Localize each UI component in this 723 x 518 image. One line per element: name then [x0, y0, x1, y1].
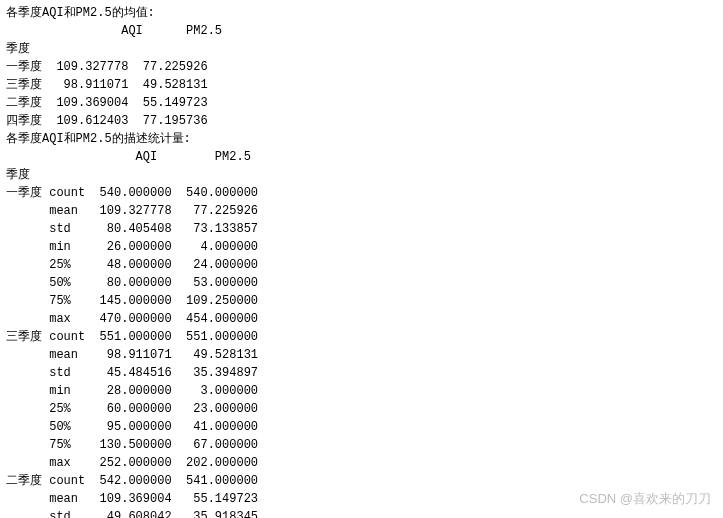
means-row: 一季度 109.327778 77.225926 — [6, 58, 717, 76]
describe-header: AQI PM2.5 — [6, 148, 717, 166]
describe-group-label: 二季度 count 542.000000 541.000000 — [6, 472, 717, 490]
describe-stat-row: mean 109.327778 77.225926 — [6, 202, 717, 220]
describe-stat-row: max 252.000000 202.000000 — [6, 454, 717, 472]
describe-stat-row: 50% 95.000000 41.000000 — [6, 418, 717, 436]
describe-group-label: 一季度 count 540.000000 540.000000 — [6, 184, 717, 202]
describe-stat-row: 25% 48.000000 24.000000 — [6, 256, 717, 274]
describe-group-label: 三季度 count 551.000000 551.000000 — [6, 328, 717, 346]
describe-index-label: 季度 — [6, 166, 717, 184]
console-output: 各季度AQI和PM2.5的均值: AQI PM2.5季度一季度 109.3277… — [6, 4, 717, 518]
means-title: 各季度AQI和PM2.5的均值: — [6, 4, 717, 22]
describe-stat-row: mean 98.911071 49.528131 — [6, 346, 717, 364]
describe-stat-row: std 49.608042 35.918345 — [6, 508, 717, 518]
means-index-label: 季度 — [6, 40, 717, 58]
describe-stat-row: std 80.405408 73.133857 — [6, 220, 717, 238]
describe-stat-row: 75% 130.500000 67.000000 — [6, 436, 717, 454]
describe-stat-row: 50% 80.000000 53.000000 — [6, 274, 717, 292]
describe-stat-row: 25% 60.000000 23.000000 — [6, 400, 717, 418]
means-row: 三季度 98.911071 49.528131 — [6, 76, 717, 94]
describe-stat-row: max 470.000000 454.000000 — [6, 310, 717, 328]
means-row: 四季度 109.612403 77.195736 — [6, 112, 717, 130]
describe-title: 各季度AQI和PM2.5的描述统计量: — [6, 130, 717, 148]
describe-stat-row: min 26.000000 4.000000 — [6, 238, 717, 256]
describe-stat-row: std 45.484516 35.394897 — [6, 364, 717, 382]
describe-stat-row: min 28.000000 3.000000 — [6, 382, 717, 400]
means-row: 二季度 109.369004 55.149723 — [6, 94, 717, 112]
means-header: AQI PM2.5 — [6, 22, 717, 40]
describe-stat-row: 75% 145.000000 109.250000 — [6, 292, 717, 310]
describe-stat-row: mean 109.369004 55.149723 — [6, 490, 717, 508]
